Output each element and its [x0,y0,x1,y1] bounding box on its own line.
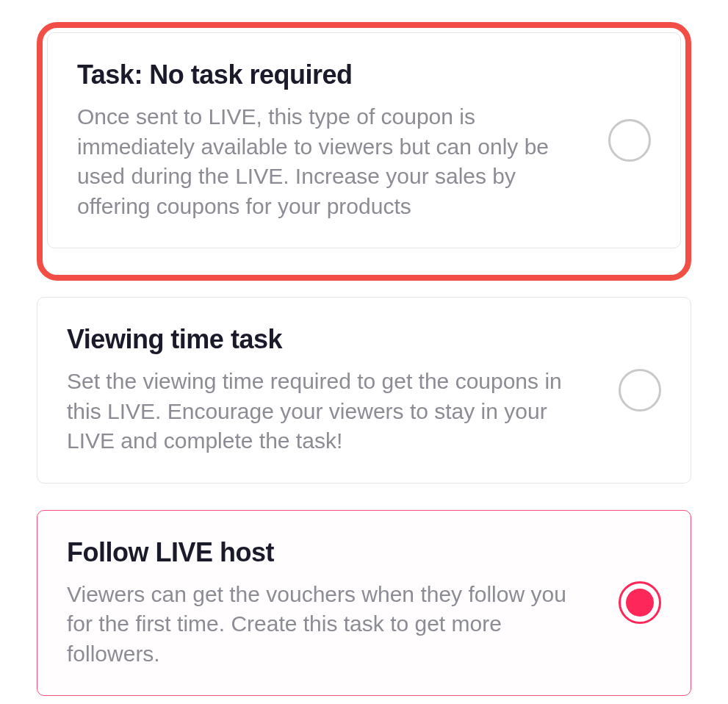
option-viewing-time[interactable]: Viewing time task Set the viewing time r… [37,297,691,484]
option-body: Follow LIVE host Viewers can get the vou… [67,537,619,669]
radio-follow-host[interactable] [619,581,661,624]
option-desc: Set the viewing time required to get the… [67,367,589,456]
option-body: Task: No task required Once sent to LIVE… [77,60,608,221]
option-body: Viewing time task Set the viewing time r… [67,324,619,456]
option-title: Viewing time task [67,324,589,355]
radio-no-task[interactable] [608,119,651,162]
highlight-frame: Task: No task required Once sent to LIVE… [37,22,691,281]
option-title: Task: No task required [77,60,579,90]
radio-viewing-time[interactable] [619,369,661,412]
option-no-task[interactable]: Task: No task required Once sent to LIVE… [47,32,681,248]
option-desc: Viewers can get the vouchers when they f… [67,580,589,669]
option-follow-host[interactable]: Follow LIVE host Viewers can get the vou… [37,510,691,697]
option-desc: Once sent to LIVE, this type of coupon i… [77,102,579,221]
option-title: Follow LIVE host [67,537,589,568]
